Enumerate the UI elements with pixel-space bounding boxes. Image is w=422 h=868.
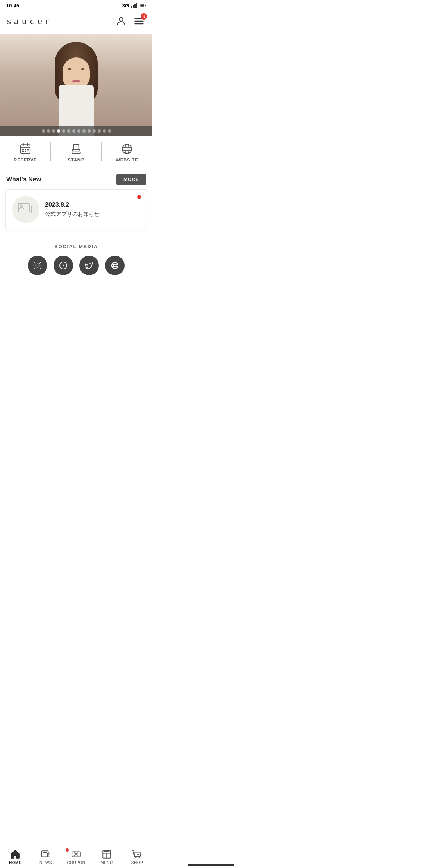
dot-1 [42, 129, 45, 133]
stamp-button[interactable]: STAMP [51, 136, 102, 168]
svg-rect-3 [136, 3, 137, 8]
svg-point-34 [112, 262, 118, 269]
svg-rect-19 [22, 151, 24, 152]
whats-new-title: What's New [6, 176, 41, 183]
news-date: 2023.8.2 [45, 201, 140, 208]
logo: saucer [7, 13, 77, 30]
dot-12 [98, 129, 101, 133]
svg-rect-11 [134, 23, 143, 24]
instagram-icon [33, 261, 42, 270]
dot-10 [88, 129, 91, 133]
dot-8 [77, 129, 80, 133]
twitter-icon [85, 261, 93, 270]
whats-new-header: What's New MORE [0, 168, 152, 188]
signal-text: 3G [122, 3, 129, 9]
svg-rect-20 [25, 151, 26, 152]
signal-icon [131, 2, 138, 9]
notification-badge: N [141, 13, 147, 20]
battery-icon [140, 2, 146, 9]
svg-rect-18 [27, 149, 29, 150]
svg-rect-0 [131, 6, 132, 8]
svg-rect-5 [145, 5, 146, 6]
social-media-section: SOCIAL MEDIA [0, 236, 152, 282]
website-label: WEBSITE [116, 158, 138, 162]
status-bar: 10:45 3G [0, 0, 152, 10]
instagram-button[interactable] [28, 256, 47, 275]
menu-button[interactable]: N [133, 15, 145, 29]
social-media-title: SOCIAL MEDIA [0, 244, 152, 249]
figure-face [63, 57, 90, 89]
stamp-label: STAMP [68, 158, 85, 162]
svg-rect-16 [22, 149, 24, 150]
status-time: 10:45 [6, 3, 19, 9]
dot-11 [93, 129, 96, 133]
news-new-badge [137, 195, 141, 199]
logo-svg: saucer [7, 13, 77, 27]
hero-figure [37, 42, 115, 136]
status-icons: 3G [122, 2, 146, 9]
twitter-button[interactable] [79, 256, 99, 275]
news-thumbnail [12, 196, 39, 223]
svg-rect-6 [140, 4, 144, 7]
svg-point-31 [36, 264, 39, 267]
svg-rect-17 [25, 149, 26, 150]
dot-3 [52, 129, 55, 133]
carousel-dots [0, 126, 152, 136]
svg-point-33 [60, 262, 67, 269]
svg-text:saucer: saucer [7, 15, 52, 27]
globe-icon [121, 143, 133, 155]
svg-point-23 [122, 144, 132, 154]
image-placeholder-icon [18, 203, 34, 216]
svg-rect-2 [134, 4, 136, 8]
website-button[interactable]: WEBSITE [102, 136, 152, 168]
svg-rect-22 [72, 152, 80, 154]
profile-button[interactable] [115, 15, 127, 29]
header-icons: N [115, 15, 145, 29]
svg-point-24 [125, 144, 129, 154]
facebook-button[interactable] [54, 256, 73, 275]
hero-banner [0, 34, 152, 136]
dot-14 [108, 129, 111, 133]
dot-5 [62, 129, 65, 133]
more-button[interactable]: MORE [116, 174, 146, 185]
dot-6 [67, 129, 70, 133]
stamp-icon [70, 143, 82, 155]
dot-2 [47, 129, 50, 133]
calendar-icon [19, 143, 32, 155]
dot-7 [72, 129, 75, 133]
svg-rect-27 [18, 203, 29, 212]
news-text: 公式アプリのお知らせ [45, 211, 140, 218]
globe-social-icon [111, 261, 119, 270]
svg-rect-30 [34, 262, 41, 269]
svg-point-8 [119, 17, 123, 21]
dot-13 [103, 129, 106, 133]
social-icons-row [0, 256, 152, 275]
svg-point-35 [113, 262, 116, 269]
facebook-icon [59, 261, 68, 270]
dot-4 [57, 129, 60, 133]
news-card[interactable]: 2023.8.2 公式アプリのお知らせ [5, 189, 147, 230]
news-content: 2023.8.2 公式アプリのお知らせ [45, 201, 140, 218]
reserve-label: RESERVE [14, 158, 37, 162]
action-row: RESERVE STAMP WEBSITE [0, 136, 152, 168]
svg-rect-1 [133, 5, 134, 8]
dot-9 [82, 129, 86, 133]
website-social-button[interactable] [105, 256, 125, 275]
svg-rect-21 [73, 144, 79, 149]
svg-point-32 [39, 263, 40, 264]
svg-rect-10 [134, 20, 143, 21]
header: saucer N [0, 10, 152, 34]
reserve-button[interactable]: RESERVE [0, 136, 51, 168]
person-icon [116, 16, 127, 27]
